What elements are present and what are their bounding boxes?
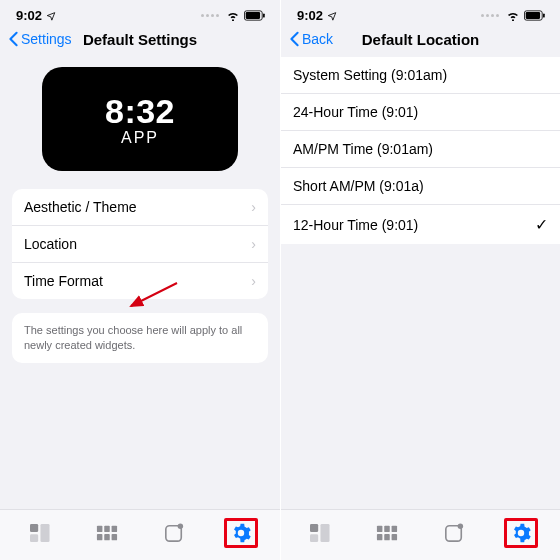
svg-rect-19: [321, 524, 330, 542]
phone-left: 9:02 Settings Default Settings 8:32 APP: [0, 0, 280, 560]
settings-note: The settings you choose here will apply …: [12, 313, 268, 363]
preview-label: APP: [121, 129, 159, 147]
settings-list: Aesthetic / Theme › Location › Time Form…: [12, 189, 268, 299]
svg-rect-22: [384, 526, 390, 532]
svg-rect-8: [104, 526, 110, 532]
row-label: Time Format: [24, 273, 103, 289]
svg-rect-1: [246, 12, 260, 19]
svg-rect-11: [104, 534, 110, 540]
row-location[interactable]: Location ›: [12, 226, 268, 263]
tab-grid[interactable]: [370, 518, 404, 548]
back-label: Back: [302, 31, 333, 47]
svg-rect-23: [392, 526, 398, 532]
svg-rect-21: [377, 526, 383, 532]
option-label: 12-Hour Time (9:01): [293, 217, 418, 233]
chevron-right-icon: ›: [251, 199, 256, 215]
option-24-hour[interactable]: 24-Hour Time (9:01): [281, 94, 560, 131]
option-label: System Setting (9:01am): [293, 67, 447, 83]
svg-rect-16: [526, 12, 540, 19]
tab-settings[interactable]: [504, 518, 538, 548]
tab-bar: [0, 509, 280, 560]
back-button[interactable]: Back: [289, 31, 333, 47]
nav-bar: Settings Default Settings: [0, 25, 280, 57]
battery-icon: [244, 10, 266, 21]
nav-bar: Back Default Location: [281, 25, 560, 57]
chevron-right-icon: ›: [251, 236, 256, 252]
widget-preview: 8:32 APP: [42, 67, 238, 171]
tab-settings[interactable]: [224, 518, 258, 548]
status-time: 9:02: [16, 8, 42, 23]
preview-time: 8:32: [105, 92, 175, 131]
svg-rect-10: [96, 534, 102, 540]
row-label: Location: [24, 236, 77, 252]
tab-bar: [281, 509, 560, 560]
page-title: Default Settings: [83, 31, 197, 48]
location-icon: [327, 11, 337, 21]
tab-widget[interactable]: [157, 518, 191, 548]
battery-icon: [524, 10, 546, 21]
option-ampm[interactable]: AM/PM Time (9:01am): [281, 131, 560, 168]
svg-point-28: [458, 523, 463, 528]
carrier-dots: [201, 14, 219, 17]
wifi-icon: [226, 10, 240, 21]
options-list: System Setting (9:01am) 24-Hour Time (9:…: [281, 57, 560, 244]
option-system-setting[interactable]: System Setting (9:01am): [281, 57, 560, 94]
status-bar: 9:02: [281, 0, 560, 25]
tab-grid[interactable]: [90, 518, 124, 548]
page-title: Default Location: [362, 31, 480, 48]
row-label: Aesthetic / Theme: [24, 199, 137, 215]
svg-rect-2: [263, 13, 265, 17]
svg-rect-12: [111, 534, 117, 540]
row-aesthetic-theme[interactable]: Aesthetic / Theme ›: [12, 189, 268, 226]
option-label: 24-Hour Time (9:01): [293, 104, 418, 120]
option-12-hour[interactable]: 12-Hour Time (9:01) ✓: [281, 205, 560, 244]
wifi-icon: [506, 10, 520, 21]
svg-rect-20: [310, 534, 318, 542]
tab-widget[interactable]: [437, 518, 471, 548]
gear-icon: [230, 522, 252, 544]
svg-rect-9: [111, 526, 117, 532]
status-time: 9:02: [297, 8, 323, 23]
svg-rect-7: [96, 526, 102, 532]
svg-rect-26: [392, 534, 398, 540]
status-bar: 9:02: [0, 0, 280, 25]
chevron-left-icon: [8, 31, 19, 47]
svg-rect-17: [543, 13, 545, 17]
svg-rect-5: [40, 524, 49, 542]
back-button[interactable]: Settings: [8, 31, 72, 47]
chevron-left-icon: [289, 31, 300, 47]
option-short-ampm[interactable]: Short AM/PM (9:01a): [281, 168, 560, 205]
svg-point-14: [177, 523, 182, 528]
location-icon: [46, 11, 56, 21]
svg-rect-4: [30, 524, 38, 532]
tab-layout[interactable]: [303, 518, 337, 548]
phone-right: 9:02 Back Default Location System Settin…: [280, 0, 560, 560]
option-label: AM/PM Time (9:01am): [293, 141, 433, 157]
option-label: Short AM/PM (9:01a): [293, 178, 424, 194]
svg-rect-25: [384, 534, 390, 540]
back-label: Settings: [21, 31, 72, 47]
checkmark-icon: ✓: [535, 215, 548, 234]
gear-icon: [510, 522, 532, 544]
carrier-dots: [481, 14, 499, 17]
tab-layout[interactable]: [23, 518, 57, 548]
svg-rect-24: [377, 534, 383, 540]
chevron-right-icon: ›: [251, 273, 256, 289]
svg-rect-6: [30, 534, 38, 542]
row-time-format[interactable]: Time Format ›: [12, 263, 268, 299]
svg-rect-18: [310, 524, 318, 532]
